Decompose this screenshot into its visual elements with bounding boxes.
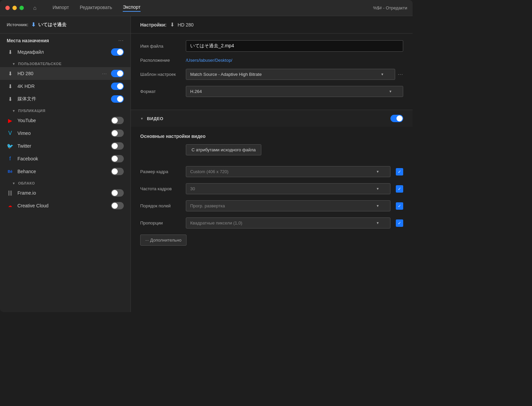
frame-size-wrap: Custom (406 x 720) ▼ bbox=[186, 166, 390, 177]
fps-check-icon: ✓ bbox=[398, 187, 401, 191]
more-btn-wrap: ··· Дополнительно bbox=[140, 235, 403, 246]
filename-input[interactable] bbox=[186, 40, 403, 52]
location-row: Расположение /Users/labuser/Desktop/ bbox=[140, 58, 403, 63]
vimeo-icon: V bbox=[7, 130, 13, 136]
nav-import[interactable]: Импорт bbox=[53, 5, 69, 11]
cc-toggle[interactable] bbox=[111, 202, 124, 209]
video-content: Основные настройки видео С атрибутами ис… bbox=[131, 127, 413, 252]
media-file-item[interactable]: ⬇ Медиафайл bbox=[0, 46, 130, 58]
video-toggle[interactable] bbox=[390, 115, 403, 122]
format-row: Формат H.264 ▼ bbox=[140, 86, 403, 97]
location-control: /Users/labuser/Desktop/ bbox=[186, 58, 403, 63]
template-label: Шаблон настроек bbox=[140, 72, 180, 77]
destinations-dots[interactable]: ··· bbox=[118, 38, 124, 44]
media-zh-item[interactable]: ⬇ 媒体文件 bbox=[0, 93, 130, 105]
frameio-item[interactable]: ||| Frame.io bbox=[0, 187, 130, 199]
fps-chevron-icon: ▼ bbox=[376, 187, 379, 191]
pub-section-header: ▼ ПУБЛИКАЦИЯ bbox=[0, 105, 130, 114]
close-button[interactable] bbox=[5, 6, 10, 10]
field-order-checkbox[interactable]: ✓ bbox=[396, 202, 403, 210]
facebook-toggle[interactable] bbox=[111, 155, 124, 162]
nav-bar: Импорт Редактировать Экспорт bbox=[53, 4, 141, 12]
main-layout: Источник: ⬇ いてはそ過去 Места назначения ··· … bbox=[0, 16, 413, 312]
titlebar: ⌂ Импорт Редактировать Экспорт %$# - Отр… bbox=[0, 0, 413, 16]
source-attr-wrap: С атрибутами исходного файла bbox=[140, 144, 403, 161]
frame-size-chevron-icon: ▼ bbox=[376, 170, 379, 173]
twitter-item[interactable]: 🐦 Twitter bbox=[0, 140, 130, 152]
facebook-label: Facebook bbox=[17, 156, 107, 161]
youtube-toggle[interactable] bbox=[111, 117, 124, 124]
media-zh-label: 媒体文件 bbox=[17, 96, 107, 102]
vimeo-item[interactable]: V Vimeo bbox=[0, 127, 130, 140]
hd280-dots[interactable]: ··· bbox=[102, 71, 107, 76]
template-value: Match Source - Adaptive High Bitrate bbox=[190, 72, 262, 77]
field-order-select[interactable]: Прогр. развертка ▼ bbox=[186, 200, 390, 211]
right-panel: Настройки: ⬇ HD 280 Имя файла Расположен… bbox=[131, 16, 413, 312]
mediafile-toggle[interactable] bbox=[111, 48, 124, 56]
location-label: Расположение bbox=[140, 58, 180, 63]
cloud-section-label: ОБЛАКО bbox=[18, 181, 35, 185]
field-order-value: Прогр. развертка bbox=[190, 203, 225, 208]
hd280-toggle[interactable] bbox=[111, 70, 124, 77]
facebook-icon: f bbox=[7, 156, 13, 162]
behance-item[interactable]: Bē Behance bbox=[0, 165, 130, 178]
template-chevron-icon: ▼ bbox=[381, 72, 384, 76]
minimize-button[interactable] bbox=[12, 6, 17, 10]
maximize-button[interactable] bbox=[19, 6, 24, 10]
cc-label: Creative Cloud bbox=[17, 203, 107, 208]
fps-wrap: 30 ▼ bbox=[186, 183, 390, 194]
cloud-section-header: ▼ ОБЛАКО bbox=[0, 178, 130, 187]
twitter-toggle[interactable] bbox=[111, 142, 124, 150]
pub-section-label: ПУБЛИКАЦИЯ bbox=[18, 109, 46, 113]
frame-size-checkbox[interactable]: ✓ bbox=[396, 168, 403, 175]
facebook-item[interactable]: f Facebook bbox=[0, 152, 130, 165]
aspect-select[interactable]: Квадратные пиксели (1,0) ▼ bbox=[186, 217, 390, 229]
aspect-checkbox[interactable]: ✓ bbox=[396, 219, 403, 227]
youtube-item[interactable]: ▶ YouTube bbox=[0, 114, 130, 127]
settings-header: Настройки: ⬇ HD 280 bbox=[131, 16, 413, 34]
source-icon: ⬇ bbox=[31, 21, 36, 28]
frame-size-select[interactable]: Custom (406 x 720) ▼ bbox=[186, 166, 390, 177]
4khdr-toggle[interactable] bbox=[111, 83, 124, 90]
fps-select[interactable]: 30 ▼ bbox=[186, 183, 390, 194]
4khdr-item[interactable]: ⬇ 4K HDR bbox=[0, 80, 130, 93]
location-link[interactable]: /Users/labuser/Desktop/ bbox=[186, 58, 232, 63]
format-select[interactable]: H.264 ▼ bbox=[186, 86, 403, 97]
field-order-check-icon: ✓ bbox=[398, 204, 401, 208]
template-dots[interactable]: ··· bbox=[398, 71, 403, 78]
cloud-chevron-icon: ▼ bbox=[12, 182, 15, 185]
source-label: Источник: bbox=[7, 22, 29, 27]
template-row: Шаблон настроек Match Source - Adaptive … bbox=[140, 69, 403, 80]
behance-toggle[interactable] bbox=[111, 168, 124, 175]
aspect-row: Пропорции Квадратные пиксели (1,0) ▼ ✓ bbox=[140, 217, 403, 229]
nav-edit[interactable]: Редактировать bbox=[80, 5, 112, 11]
aspect-chevron-icon: ▼ bbox=[376, 221, 379, 225]
vimeo-toggle[interactable] bbox=[111, 130, 124, 137]
cc-item[interactable]: ☁ Creative Cloud bbox=[0, 199, 130, 212]
filename-control bbox=[186, 40, 403, 52]
source-name: いてはそ過去 bbox=[38, 22, 66, 28]
template-select[interactable]: Match Source - Adaptive High Bitrate ▼ bbox=[186, 69, 395, 80]
filename-row: Имя файла bbox=[140, 40, 403, 52]
media-zh-toggle[interactable] bbox=[111, 95, 124, 103]
hd280-icon: ⬇ bbox=[7, 70, 13, 77]
frameio-toggle[interactable] bbox=[111, 189, 124, 197]
source-attr-button[interactable]: С атрибутами исходного файла bbox=[186, 144, 261, 155]
frameio-label: Frame.io bbox=[17, 190, 107, 196]
aspect-check-icon: ✓ bbox=[398, 221, 401, 225]
video-title: ВИДЕО bbox=[147, 116, 163, 121]
hd280-item[interactable]: ⬇ HD 280 ··· bbox=[0, 67, 130, 80]
nav-export[interactable]: Экспорт bbox=[123, 4, 141, 12]
fps-value: 30 bbox=[190, 186, 195, 191]
more-button[interactable]: ··· Дополнительно bbox=[140, 235, 187, 246]
home-icon[interactable]: ⌂ bbox=[33, 5, 37, 11]
frame-size-value: Custom (406 x 720) bbox=[190, 169, 228, 174]
format-wrap: H.264 ▼ bbox=[186, 86, 403, 97]
fps-label: Частота кадров bbox=[140, 186, 180, 191]
twitter-icon: 🐦 bbox=[7, 143, 13, 149]
vimeo-label: Vimeo bbox=[17, 131, 107, 136]
format-value: H.264 bbox=[190, 89, 202, 94]
field-order-wrap: Прогр. развертка ▼ bbox=[186, 200, 390, 211]
fps-checkbox[interactable]: ✓ bbox=[396, 185, 403, 193]
field-order-label: Порядок полей bbox=[140, 203, 180, 208]
